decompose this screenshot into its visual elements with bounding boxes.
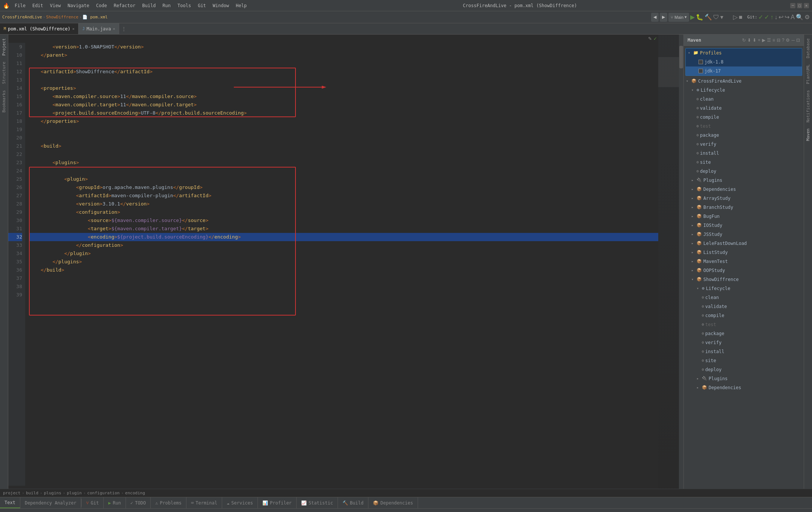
jdk17-checkbox[interactable] bbox=[698, 69, 703, 73]
sd-verify-row[interactable]: ⚙ verify bbox=[684, 338, 804, 347]
tab-close-pom[interactable]: ✕ bbox=[72, 27, 74, 31]
git-check-button[interactable]: ✓ bbox=[764, 14, 769, 21]
profiles-row[interactable]: 📁 Profiles bbox=[686, 48, 802, 57]
path-plugins[interactable]: plugins bbox=[44, 491, 61, 495]
iostudy-row[interactable]: 📦 IOStudy bbox=[684, 221, 804, 230]
maven-refresh-button[interactable]: ↻ bbox=[742, 38, 746, 43]
maven-close-panel-button[interactable]: ─ bbox=[791, 38, 795, 43]
settings-button[interactable]: ⚙ bbox=[804, 14, 810, 21]
maven-expand-panel-button[interactable]: ⊡ bbox=[796, 38, 800, 43]
sd-lifecycle-row[interactable]: ⚙ Lifecycle bbox=[684, 284, 804, 293]
maven-add-button[interactable]: + bbox=[758, 38, 760, 43]
tab-git[interactable]: ⑂ Git bbox=[82, 497, 104, 508]
cfa-validate-row[interactable]: ⚙ validate bbox=[684, 104, 804, 113]
menu-build[interactable]: Build bbox=[139, 2, 159, 9]
menu-edit[interactable]: Edit bbox=[29, 2, 46, 9]
tab-statistic[interactable]: 📈 Statistic bbox=[297, 497, 338, 508]
branchstudy-row[interactable]: 📦 BranchStudy bbox=[684, 203, 804, 212]
search-nav-button[interactable]: 🔍 bbox=[796, 14, 803, 21]
sd-compile-row[interactable]: ⚙ compile bbox=[684, 311, 804, 320]
toolbar-checkmark[interactable]: ✓ bbox=[653, 36, 657, 41]
forward-button[interactable]: ▶ bbox=[660, 13, 667, 22]
step-over-button[interactable]: ▷ bbox=[733, 14, 738, 21]
cfa-plugins-row[interactable]: 🔌 Plugins bbox=[684, 176, 804, 185]
path-plugin[interactable]: plugin bbox=[67, 491, 82, 495]
menu-view[interactable]: View bbox=[47, 2, 64, 9]
maven-collapse-button[interactable]: ⊟ bbox=[777, 38, 780, 43]
sidebar-maven-label[interactable]: Maven bbox=[805, 127, 811, 142]
maximize-button[interactable]: □ bbox=[797, 3, 802, 8]
tab-close-main[interactable]: ✕ bbox=[113, 27, 115, 31]
oopstudy-row[interactable]: 📦 OOPStudy bbox=[684, 266, 804, 275]
more-button[interactable]: ▾ bbox=[720, 14, 723, 21]
menu-help[interactable]: Help bbox=[233, 2, 250, 9]
cfa-deps-row[interactable]: 📦 Dependencies bbox=[684, 185, 804, 194]
tab-run[interactable]: ▶ Run bbox=[104, 497, 126, 508]
jdk18-checkbox[interactable] bbox=[698, 60, 703, 64]
sidebar-bookmarks-label[interactable]: Bookmarks bbox=[1, 89, 7, 114]
bugfun-row[interactable]: 📦 BugFun bbox=[684, 212, 804, 221]
breadcrumb-file[interactable]: 📄 pom.xml bbox=[82, 15, 108, 20]
tab-problems[interactable]: ⚠ Problems bbox=[151, 497, 186, 508]
sd-deploy-row[interactable]: ⚙ deploy bbox=[684, 365, 804, 374]
sidebar-structure-label[interactable]: Structure bbox=[1, 60, 7, 86]
close-button[interactable]: ✕ bbox=[804, 3, 809, 8]
back-button[interactable]: ◀ bbox=[651, 13, 659, 22]
tabs-more-button[interactable]: ⋮ bbox=[119, 23, 129, 34]
maven-gear-button[interactable]: ⚙ bbox=[786, 38, 790, 43]
tab-dependency-analyzer[interactable]: Dependency Analyzer bbox=[20, 497, 81, 508]
maven-download-sources-button[interactable]: ⬇ bbox=[753, 38, 756, 43]
maventest-row[interactable]: 📦 MavenTest bbox=[684, 257, 804, 266]
undo-button[interactable]: ↩ bbox=[779, 14, 783, 21]
showdiff-row[interactable]: 📦 ShowDiffrence bbox=[684, 275, 804, 284]
cfa-install-row[interactable]: ⚙ install bbox=[684, 149, 804, 158]
git-pull-button[interactable]: ↓ bbox=[774, 14, 777, 21]
jdk18-row[interactable]: jdk-1.8 bbox=[686, 57, 802, 66]
git-commit-button[interactable]: ✓ bbox=[758, 14, 763, 21]
jdk17-row[interactable]: jdk-17 bbox=[686, 66, 802, 76]
tab-dependencies[interactable]: 📦 Dependencies bbox=[368, 497, 418, 508]
menu-tools[interactable]: Tools bbox=[174, 2, 194, 9]
run-button[interactable]: ▶ bbox=[690, 14, 695, 21]
path-configuration[interactable]: configuration bbox=[87, 491, 120, 495]
menu-refactor[interactable]: Refactor bbox=[111, 2, 138, 9]
sd-package-row[interactable]: ⚙ package bbox=[684, 329, 804, 338]
cfa-deploy-row[interactable]: ⚙ deploy bbox=[684, 167, 804, 176]
tab-pom-xml[interactable]: M pom.xml (ShowDiffrence) ✕ bbox=[0, 23, 79, 34]
tab-profiler[interactable]: 📊 Profiler bbox=[258, 497, 297, 508]
path-build[interactable]: build bbox=[26, 491, 38, 495]
sd-validate-row[interactable]: ⚙ validate bbox=[684, 302, 804, 311]
maven-filter-button[interactable]: ≡ bbox=[773, 38, 775, 43]
tab-terminal[interactable]: ⌨ Terminal bbox=[186, 497, 222, 508]
menu-run[interactable]: Run bbox=[159, 2, 174, 9]
cfa-site-row[interactable]: ⚙ site bbox=[684, 158, 804, 167]
code-content[interactable]: <version>1.0-SNAPSHOT</version> </parent… bbox=[25, 43, 683, 486]
sidebar-plantuml-label[interactable]: PlantUML bbox=[805, 63, 811, 86]
cfa-package-row[interactable]: ⚙ package bbox=[684, 131, 804, 140]
stop-button[interactable]: ■ bbox=[739, 14, 742, 21]
maven-help-button[interactable]: ? bbox=[782, 38, 785, 43]
coverage-button[interactable]: 🛡 bbox=[713, 14, 719, 21]
menu-git[interactable]: Git bbox=[195, 2, 209, 9]
main-branch-dropdown[interactable]: ⑂ Main ▾ bbox=[668, 13, 689, 22]
redo-button[interactable]: ↪ bbox=[785, 14, 789, 21]
sd-install-row[interactable]: ⚙ install bbox=[684, 347, 804, 356]
sidebar-project-label[interactable]: Project bbox=[1, 37, 7, 57]
minimize-button[interactable]: ─ bbox=[790, 3, 795, 8]
menu-code[interactable]: Code bbox=[93, 2, 110, 9]
path-encoding[interactable]: encoding bbox=[125, 491, 145, 495]
path-project[interactable]: project bbox=[3, 491, 20, 495]
tab-todo[interactable]: ✓ TODO bbox=[126, 497, 151, 508]
breadcrumb-app[interactable]: CrossFireAndLive bbox=[2, 15, 42, 20]
crossfire-row[interactable]: 📦 CrossFireAndLive bbox=[684, 77, 804, 86]
cfa-lifecycle-row[interactable]: ⚙ Lifecycle bbox=[684, 86, 804, 95]
lelefastdownload-row[interactable]: 📦 LeleFastDownLoad bbox=[684, 239, 804, 248]
sidebar-database-label[interactable]: Database bbox=[805, 37, 811, 60]
maven-settings-button[interactable]: ☰ bbox=[767, 38, 771, 43]
cfa-clean-row[interactable]: ⚙ clean bbox=[684, 95, 804, 104]
sd-plugins-row[interactable]: 🔌 Plugins bbox=[684, 374, 804, 383]
tab-build[interactable]: 🔨 Build bbox=[338, 497, 368, 508]
menu-file[interactable]: File bbox=[12, 2, 29, 9]
cfa-test-row[interactable]: ⚙ test bbox=[684, 122, 804, 131]
cfa-verify-row[interactable]: ⚙ verify bbox=[684, 140, 804, 149]
